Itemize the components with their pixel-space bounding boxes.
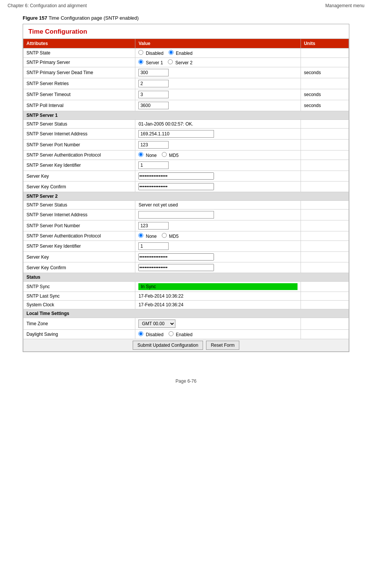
primary-server2-label[interactable]: Server 2 <box>168 60 192 65</box>
daylight-disabled-label[interactable]: Disabled <box>138 332 164 337</box>
value-sntp-primary-server: Server 1 Server 2 <box>135 58 301 67</box>
table-row: SNTP Server Internet Address <box>23 209 349 220</box>
figure-label: Figure 157 <box>23 15 47 21</box>
s1-key-id-input[interactable] <box>138 161 169 169</box>
table-row: System Clock 17-Feb-2014 10:36:24 <box>23 301 349 309</box>
sntp-state-disabled-radio[interactable] <box>138 50 143 55</box>
retries-input[interactable] <box>138 80 169 87</box>
table-row: Server Key Confirm <box>23 182 349 192</box>
value-s2-status: Server not yet used <box>135 201 301 209</box>
units-s1-status <box>301 120 349 129</box>
submit-button[interactable]: Submit Updated Configuration <box>133 341 203 350</box>
attr-timeout: SNTP Server Timeout <box>23 89 135 100</box>
s2-port-input[interactable] <box>138 222 169 230</box>
primary-server2-radio[interactable] <box>168 59 173 64</box>
value-s1-server-key <box>135 171 301 182</box>
s2-server-key-confirm-input[interactable] <box>138 264 214 271</box>
server2-header-label: SNTP Server 2 <box>23 192 349 201</box>
primary-server1-radio[interactable] <box>138 59 143 64</box>
server1-header-label: SNTP Server 1 <box>23 111 349 120</box>
table-row: Server Key <box>23 252 349 262</box>
table-row: Time Zone GMT 00.00 GMT +01.00 GMT -01.0… <box>23 318 349 330</box>
status-section-header: Status <box>23 273 349 282</box>
col-header-attributes: Attributes <box>23 39 135 48</box>
attr-s1-address: SNTP Server Internet Address <box>23 129 135 140</box>
attr-s2-server-key-confirm: Server Key Confirm <box>23 262 135 273</box>
value-s2-auth: None MD5 <box>135 231 301 241</box>
attr-s1-key-id: SNTP Server Key Identifier <box>23 160 135 171</box>
table-row: SNTP Last Sync 17-Feb-2014 10:36:22 <box>23 292 349 301</box>
time-zone-select[interactable]: GMT 00.00 GMT +01.00 GMT -01.00 <box>138 320 175 328</box>
sntp-state-enabled-label[interactable]: Enabled <box>169 51 192 56</box>
s1-address-input[interactable] <box>138 130 214 138</box>
attr-daylight-saving: Daylight Saving <box>23 330 135 339</box>
page-footer: Page 6-76 <box>0 367 372 395</box>
attr-s2-auth: SNTP Server Authentication Protocol <box>23 231 135 241</box>
s2-auth-none-radio[interactable] <box>138 233 143 238</box>
units-s2-address <box>301 209 349 220</box>
units-timeout: seconds <box>301 89 349 100</box>
units-s2-server-key <box>301 252 349 262</box>
s1-server-key-input[interactable] <box>138 172 214 180</box>
units-s2-status <box>301 201 349 209</box>
value-s2-key-id <box>135 241 301 252</box>
time-configuration-form: Time Configuration Attributes Value Unit… <box>23 24 349 352</box>
page-number: Page 6-76 <box>175 379 196 384</box>
attr-sntp-state: SNTP State <box>23 48 135 58</box>
table-row: SNTP Server Key Identifier <box>23 241 349 252</box>
value-s2-port <box>135 220 301 231</box>
dead-time-input[interactable] <box>138 69 169 76</box>
s1-server-key-confirm-input[interactable] <box>138 183 214 190</box>
value-time-zone: GMT 00.00 GMT +01.00 GMT -01.00 <box>135 318 301 330</box>
units-sntp-sync <box>301 282 349 292</box>
s2-auth-none-label[interactable]: None <box>138 234 158 239</box>
attr-sntp-last-sync: SNTP Last Sync <box>23 292 135 301</box>
s2-address-input[interactable] <box>138 211 214 219</box>
units-s1-address <box>301 129 349 140</box>
s1-auth-none-label[interactable]: None <box>138 153 158 158</box>
value-s1-server-key-confirm <box>135 182 301 192</box>
units-dead-time: seconds <box>301 67 349 78</box>
poll-interval-input[interactable] <box>138 102 169 109</box>
table-row: Server Key <box>23 171 349 182</box>
server2-section-header: SNTP Server 2 <box>23 192 349 201</box>
table-row: SNTP Sync In Sync <box>23 282 349 292</box>
units-s2-key-id <box>301 241 349 252</box>
value-s2-address <box>135 209 301 220</box>
attr-s2-port: SNTP Server Port Number <box>23 220 135 231</box>
units-s1-port <box>301 140 349 150</box>
units-s2-auth <box>301 231 349 241</box>
primary-server1-label[interactable]: Server 1 <box>138 60 164 65</box>
table-row: Server Key Confirm <box>23 262 349 273</box>
table-row: SNTP Server Authentication Protocol None… <box>23 150 349 160</box>
attr-s1-server-key: Server Key <box>23 171 135 182</box>
chapter-label: Chapter 6: Configuration and alignment <box>8 3 87 8</box>
s1-auth-none-radio[interactable] <box>138 152 143 157</box>
attr-poll-interval: SNTP Poll Interval <box>23 100 135 111</box>
s1-auth-md5-label[interactable]: MD5 <box>162 153 179 158</box>
daylight-enabled-label[interactable]: Enabled <box>169 332 192 337</box>
units-s1-auth <box>301 150 349 160</box>
table-row: SNTP Server Internet Address <box>23 129 349 140</box>
reset-button[interactable]: Reset Form <box>206 341 240 350</box>
figure-title: Time Configuration page (SNTP enabled) <box>48 15 138 21</box>
table-row: Daylight Saving Disabled Enabled <box>23 330 349 339</box>
sntp-state-enabled-radio[interactable] <box>169 50 174 55</box>
attr-s2-status: SNTP Server Status <box>23 201 135 209</box>
timeout-input[interactable] <box>138 91 169 98</box>
units-sntp-last-sync <box>301 292 349 301</box>
daylight-enabled-radio[interactable] <box>169 331 174 336</box>
s2-server-key-input[interactable] <box>138 253 214 261</box>
sntp-state-disabled-label[interactable]: Disabled <box>138 51 164 56</box>
value-daylight-saving: Disabled Enabled <box>135 330 301 339</box>
attr-s2-address: SNTP Server Internet Address <box>23 209 135 220</box>
value-system-clock: 17-Feb-2014 10:36:24 <box>135 301 301 309</box>
s2-auth-md5-radio[interactable] <box>162 233 167 238</box>
s1-auth-md5-radio[interactable] <box>162 152 167 157</box>
attr-time-zone: Time Zone <box>23 318 135 330</box>
s2-key-id-input[interactable] <box>138 242 169 250</box>
s1-port-input[interactable] <box>138 141 169 149</box>
units-poll-interval: seconds <box>301 100 349 111</box>
daylight-disabled-radio[interactable] <box>138 331 143 336</box>
s2-auth-md5-label[interactable]: MD5 <box>162 234 179 239</box>
